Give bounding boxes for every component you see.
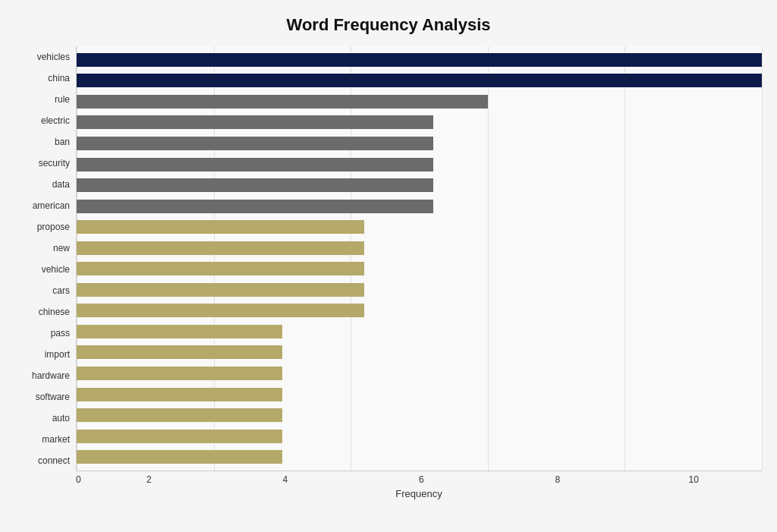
y-label: chinese [15, 301, 70, 323]
y-label: rule [15, 89, 70, 110]
bar-row [77, 134, 762, 153]
grid-line [762, 46, 763, 471]
x-tick-label: 8 [489, 474, 625, 485]
y-label: market [15, 429, 70, 450]
x-tick-label: 2 [81, 474, 217, 485]
y-label: hardware [15, 365, 70, 386]
bar-row [77, 323, 762, 341]
bar [77, 158, 433, 172]
y-label: pass [15, 323, 70, 344]
x-axis-label: Frequency [76, 485, 762, 499]
bar [77, 388, 282, 401]
y-label: auto [15, 408, 70, 429]
bar-row [77, 448, 762, 466]
bar [77, 283, 364, 297]
bar-row [77, 197, 762, 216]
bar-row [77, 406, 762, 424]
bar-row [77, 93, 762, 111]
y-label: vehicle [15, 259, 70, 280]
bar-row [77, 239, 762, 257]
bar-row [77, 301, 762, 320]
y-label: data [15, 174, 70, 195]
bar [77, 74, 762, 87]
x-tick-label: 0 [76, 474, 81, 485]
y-label: new [15, 238, 70, 259]
chart-area: vehicleschinaruleelectricbansecuritydata… [15, 46, 762, 499]
bar [77, 430, 282, 443]
y-label: connect [15, 450, 70, 471]
bar [77, 53, 762, 67]
y-label: propose [15, 216, 70, 238]
bar-row [77, 176, 762, 194]
bars-section: vehicleschinaruleelectricbansecuritydata… [15, 46, 762, 471]
bars-and-grid [76, 46, 762, 471]
y-label: cars [15, 280, 70, 301]
bar-row [77, 71, 762, 90]
bar [77, 408, 282, 422]
bar-row [77, 343, 762, 361]
x-tick-labels: 0246810 [76, 471, 762, 485]
y-label: american [15, 195, 70, 216]
bar [77, 367, 282, 380]
bar [77, 178, 433, 192]
bar [77, 95, 488, 109]
chart-container: Word Frequency Analysis vehicleschinarul… [0, 0, 777, 532]
bar [77, 304, 364, 317]
x-tick-label: 6 [354, 474, 489, 485]
bar-row [77, 427, 762, 445]
y-label: vehicles [15, 46, 70, 68]
x-tick-label: 10 [626, 474, 762, 485]
bar-row [77, 156, 762, 174]
bar [77, 262, 364, 275]
bar-row [77, 364, 762, 382]
y-label: electric [15, 110, 70, 131]
bar-row [77, 51, 762, 69]
x-axis-section: 0246810 Frequency [76, 471, 762, 499]
bars-wrapper [77, 46, 762, 471]
bar [77, 450, 282, 464]
y-label: china [15, 68, 70, 89]
bar [77, 220, 364, 234]
bar-row [77, 218, 762, 236]
y-label: software [15, 386, 70, 408]
y-label: security [15, 153, 70, 174]
bar [77, 325, 282, 338]
x-tick-label: 4 [217, 474, 353, 485]
bar [77, 200, 433, 213]
y-labels: vehicleschinaruleelectricbansecuritydata… [15, 46, 76, 471]
bar [77, 345, 282, 359]
bar-row [77, 281, 762, 299]
bar [77, 241, 364, 255]
y-label: import [15, 344, 70, 365]
bar [77, 115, 433, 129]
y-label: ban [15, 131, 70, 153]
bar-row [77, 113, 762, 131]
chart-title: Word Frequency Analysis [15, 8, 762, 46]
bar-row [77, 386, 762, 404]
bar-row [77, 260, 762, 278]
bar [77, 137, 433, 150]
